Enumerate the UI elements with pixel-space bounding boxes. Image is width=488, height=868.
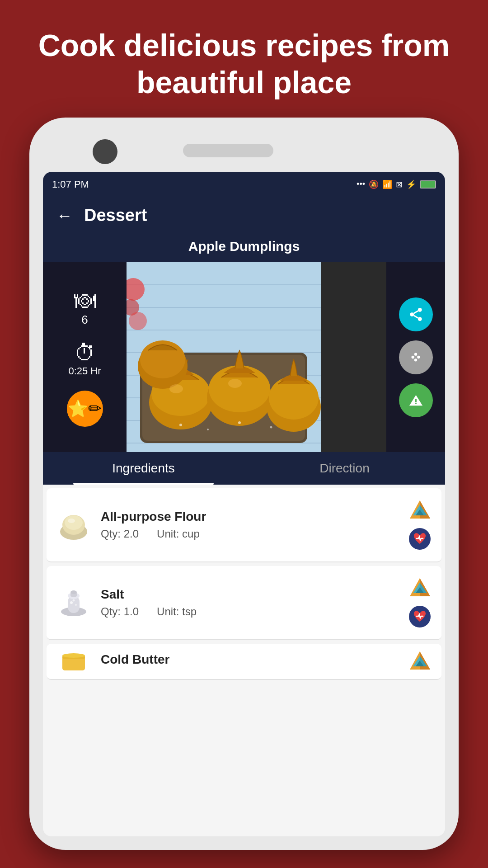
health-icon-2 bbox=[408, 604, 432, 629]
svg-point-35 bbox=[417, 356, 420, 359]
tagline-block: Cook delicious recipes from beautiful pl… bbox=[0, 0, 488, 119]
alert-button[interactable] bbox=[399, 383, 433, 417]
svg-point-34 bbox=[412, 356, 414, 359]
svg-rect-38 bbox=[415, 399, 417, 402]
pyramid-icon-3 bbox=[408, 649, 432, 674]
health-icon bbox=[408, 527, 432, 552]
svg-point-42 bbox=[65, 515, 83, 530]
phone-shell: 1:07 PM ••• 🔕 📶 ⊠ ⚡ ← Dessert Apple Dump… bbox=[29, 118, 459, 850]
right-panel bbox=[386, 262, 445, 452]
dots-icon: ••• bbox=[357, 179, 365, 189]
pyramid-icon bbox=[408, 498, 432, 523]
ingredient-image-flour bbox=[56, 507, 92, 543]
info-button[interactable] bbox=[399, 340, 433, 374]
ingredient-name-salt: Salt bbox=[101, 587, 399, 602]
svg-point-27 bbox=[129, 312, 147, 330]
wifi-icon: 📶 bbox=[382, 179, 392, 189]
food-section: 🍽 6 ⏱ 0:25 Hr ⭐✏ bbox=[43, 262, 445, 452]
ingredient-info-butter: Cold Butter bbox=[101, 652, 399, 670]
svg-point-19 bbox=[169, 384, 183, 393]
status-icons: ••• 🔕 📶 ⊠ ⚡ bbox=[357, 179, 436, 189]
tagline-line1: Cook delicious recipes from bbox=[38, 28, 450, 62]
svg-line-32 bbox=[413, 311, 418, 313]
ingredient-icons-butter bbox=[408, 649, 432, 674]
tab-direction[interactable]: Direction bbox=[244, 452, 445, 485]
ingredient-image-salt bbox=[56, 585, 92, 621]
ingredient-details-salt: Qty: 1.0 Unit: tsp bbox=[101, 605, 399, 618]
svg-point-56 bbox=[75, 604, 77, 606]
back-button[interactable]: ← bbox=[56, 206, 73, 225]
phone-camera bbox=[93, 139, 117, 164]
status-bar: 1:07 PM ••• 🔕 📶 ⊠ ⚡ bbox=[43, 172, 445, 197]
svg-point-55 bbox=[70, 601, 73, 604]
ingredient-info-flour: All-purpose Flour Qty: 2.0 Unit: cup bbox=[101, 509, 399, 540]
recipe-name-bar: Apple Dumplings bbox=[43, 234, 445, 262]
phone-speaker bbox=[183, 144, 273, 157]
status-time: 1:07 PM bbox=[52, 179, 89, 190]
recipe-name: Apple Dumplings bbox=[188, 239, 300, 254]
ingredient-name-butter: Cold Butter bbox=[101, 652, 399, 667]
screen-icon: ⊠ bbox=[396, 179, 403, 189]
dumpling-svg bbox=[127, 262, 321, 452]
screen: 1:07 PM ••• 🔕 📶 ⊠ ⚡ ← Dessert Apple Dump… bbox=[43, 172, 445, 836]
serving-info: 🍽 6 bbox=[74, 288, 96, 327]
ingredient-image-butter bbox=[56, 644, 92, 679]
svg-point-23 bbox=[238, 421, 241, 424]
svg-point-28 bbox=[418, 307, 422, 311]
serving-dish-icon: 🍽 bbox=[74, 288, 96, 313]
battery-icon bbox=[420, 180, 436, 189]
charging-icon: ⚡ bbox=[406, 179, 416, 189]
tab-ingredients[interactable]: Ingredients bbox=[43, 452, 244, 485]
svg-point-33 bbox=[414, 353, 417, 356]
ingredient-icons-salt bbox=[408, 576, 432, 629]
ingredient-info-salt: Salt Qty: 1.0 Unit: tsp bbox=[101, 587, 399, 618]
app-header: ← Dessert bbox=[43, 197, 445, 234]
ingredients-list: All-purpose Flour Qty: 2.0 Unit: cup bbox=[43, 485, 445, 836]
svg-point-30 bbox=[418, 317, 422, 321]
svg-point-54 bbox=[70, 590, 77, 594]
svg-point-29 bbox=[410, 312, 414, 316]
ingredient-item-salt: Salt Qty: 1.0 Unit: tsp bbox=[47, 566, 441, 640]
svg-point-22 bbox=[207, 429, 209, 430]
timer-icon-symbol: ⏱ bbox=[68, 340, 101, 365]
svg-point-39 bbox=[415, 403, 417, 404]
svg-point-57 bbox=[73, 599, 75, 602]
svg-point-66 bbox=[62, 653, 85, 658]
food-image bbox=[127, 262, 321, 452]
timer-info: ⏱ 0:25 Hr bbox=[68, 340, 101, 377]
svg-point-24 bbox=[270, 426, 272, 429]
favorite-button[interactable]: ⭐✏ bbox=[67, 391, 103, 427]
star-edit-icon: ⭐✏ bbox=[68, 399, 102, 418]
ingredient-details-flour: Qty: 2.0 Unit: cup bbox=[101, 528, 399, 540]
mute-icon: 🔕 bbox=[369, 179, 379, 189]
ingredient-icons-flour bbox=[408, 498, 432, 552]
svg-point-20 bbox=[228, 379, 242, 388]
svg-point-43 bbox=[68, 519, 75, 523]
tagline-line2: beautiful place bbox=[136, 65, 352, 99]
svg-line-31 bbox=[413, 315, 418, 318]
content-area: ← Dessert Apple Dumplings 🍽 6 ⏱ 0:25 Hr bbox=[43, 197, 445, 836]
share-button[interactable] bbox=[399, 297, 433, 331]
svg-point-21 bbox=[179, 424, 182, 426]
header-title: Dessert bbox=[84, 206, 147, 225]
ingredient-item: All-purpose Flour Qty: 2.0 Unit: cup bbox=[47, 488, 441, 562]
left-panel: 🍽 6 ⏱ 0:25 Hr ⭐✏ bbox=[43, 262, 127, 452]
ingredient-item-butter: Cold Butter bbox=[47, 644, 441, 680]
serving-count: 6 bbox=[81, 313, 88, 326]
svg-point-36 bbox=[414, 359, 417, 361]
pyramid-icon-2 bbox=[408, 576, 432, 601]
ingredient-name-flour: All-purpose Flour bbox=[101, 509, 399, 524]
cook-time: 0:25 Hr bbox=[68, 365, 101, 377]
tabs-bar: Ingredients Direction bbox=[43, 452, 445, 485]
